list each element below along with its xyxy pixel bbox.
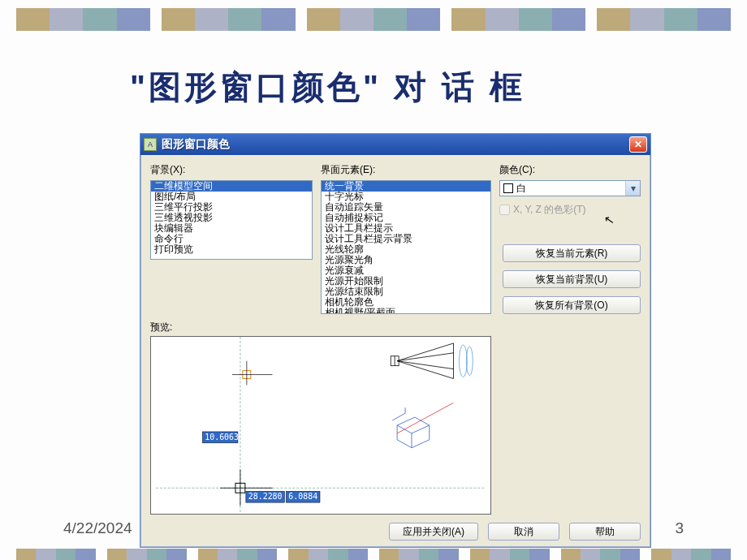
slide-page-number: 3 [675,519,684,537]
restore-background-button[interactable]: 恢复当前背景(U) [503,270,641,288]
drawing-window-colors-dialog: A 图形窗口颜色 ✕ 背景(X): 界面元素(E): 颜色(C): 二维模型空间… [140,133,651,548]
svg-line-10 [397,361,453,369]
context-label: 背景(X): [150,163,313,177]
context-item[interactable]: 打印预览 [151,244,312,255]
slide-title: "图形窗口颜色" 对 话 框 [130,65,525,110]
element-label: 界面元素(E): [321,163,491,177]
color-swatch [503,183,513,193]
restore-all-backgrounds-button[interactable]: 恢复所有背景(O) [503,296,641,314]
svg-line-9 [397,353,453,361]
element-item[interactable]: 相机视野/平截面 [322,308,490,314]
dialog-title: 图形窗口颜色 [162,137,629,152]
tint-checkbox [499,205,510,215]
preview-area: 10.6063 28.2280 6.0884 [150,336,491,515]
slide-top-decor [0,8,747,31]
dim1: 10.6063 [205,433,239,442]
element-listbox[interactable]: 统一背景十字光标自动追踪矢量自动捕捉标记设计工具栏提示设计工具栏提示背景光线轮廓… [321,180,491,314]
tint-checkbox-row: X, Y, Z 的色彩(T) [499,203,641,217]
slide-bottom-decor [0,549,747,560]
svg-point-13 [459,345,467,377]
dialog-titlebar: A 图形窗口颜色 ✕ [140,134,650,155]
restore-element-button[interactable]: 恢复当前元素(R) [503,244,641,262]
apply-and-close-button[interactable]: 应用并关闭(A) [389,523,478,541]
svg-line-8 [397,403,453,433]
tint-label: X, Y, Z 的色彩(T) [513,203,586,217]
close-button[interactable]: ✕ [629,136,647,153]
app-icon: A [144,138,157,151]
context-listbox[interactable]: 二维模型空间图纸/布局三维平行投影三维透视投影块编辑器命令行打印预览 [150,180,313,260]
slide-date: 4/22/2024 [63,519,132,537]
color-combobox[interactable]: 白 ▾ [499,180,641,196]
cancel-button[interactable]: 取消 [488,523,559,541]
dim2: 28.2280 [248,492,283,501]
color-value: 白 [516,182,625,196]
chevron-down-icon[interactable]: ▾ [625,181,640,196]
preview-label: 预览: [150,321,641,334]
color-label: 颜色(C): [499,163,641,177]
dim3: 6.0884 [288,492,317,501]
help-button[interactable]: 帮助 [569,523,641,541]
